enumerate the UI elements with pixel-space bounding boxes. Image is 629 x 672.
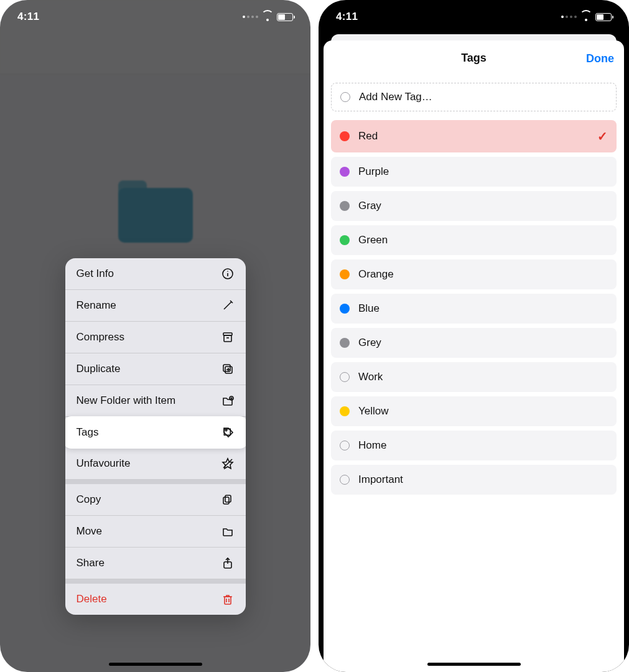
tag-color-dot bbox=[340, 131, 350, 141]
status-icons bbox=[561, 12, 612, 21]
menu-item-label: Copy bbox=[77, 493, 101, 506]
circle-hollow-icon bbox=[340, 92, 350, 102]
menu-item-rename[interactable]: Rename bbox=[65, 290, 246, 322]
tags-sheet: Tags Done Add New Tag… Red✓PurpleGrayGre… bbox=[324, 40, 624, 672]
tag-row-green[interactable]: Green bbox=[331, 225, 617, 255]
menu-item-copy[interactable]: Copy bbox=[65, 480, 246, 516]
trash-icon bbox=[221, 592, 235, 606]
status-time: 4:11 bbox=[336, 11, 358, 23]
tag-label: Important bbox=[358, 474, 608, 486]
menu-item-share[interactable]: Share bbox=[65, 548, 246, 579]
menu-item-unfav[interactable]: Unfavourite bbox=[65, 448, 246, 480]
tag-color-dot bbox=[340, 269, 350, 279]
sheet-body: Add New Tag… Red✓PurpleGrayGreenOrangeBl… bbox=[324, 77, 624, 514]
menu-item-duplicate[interactable]: Duplicate bbox=[65, 353, 246, 385]
tag-color-dot bbox=[340, 406, 350, 416]
tag-label: Work bbox=[358, 371, 608, 383]
context-menu: Get InfoRenameCompressDuplicateNew Folde… bbox=[65, 258, 246, 615]
tag-row-home[interactable]: Home bbox=[331, 431, 617, 460]
archive-icon bbox=[221, 330, 235, 344]
tag-row-grey[interactable]: Grey bbox=[331, 328, 617, 358]
menu-item-label: Unfavourite bbox=[77, 457, 131, 470]
tag-row-purple[interactable]: Purple bbox=[331, 157, 617, 187]
battery-icon bbox=[277, 13, 293, 21]
tag-row-yellow[interactable]: Yellow bbox=[331, 396, 617, 426]
add-new-tag-row[interactable]: Add New Tag… bbox=[331, 83, 617, 111]
status-time: 4:11 bbox=[17, 11, 39, 23]
tag-row-important[interactable]: Important bbox=[331, 465, 617, 495]
menu-item-label: Compress bbox=[77, 331, 124, 343]
tag-color-dot bbox=[340, 201, 350, 211]
tag-label: Purple bbox=[358, 166, 608, 178]
pencil-icon bbox=[221, 299, 235, 312]
wifi-icon bbox=[580, 12, 592, 21]
tag-color-dot bbox=[340, 167, 350, 177]
menu-item-label: New Folder with Item bbox=[77, 394, 176, 407]
tag-color-dot bbox=[340, 338, 350, 348]
screen-context-menu: 4:11 Get InfoRenameCompressDuplicateNew … bbox=[0, 0, 310, 672]
sheet-header: Tags Done bbox=[324, 40, 624, 77]
tag-row-orange[interactable]: Orange bbox=[331, 259, 617, 289]
menu-item-get-info[interactable]: Get Info bbox=[65, 258, 246, 290]
folder-icon bbox=[221, 525, 235, 538]
tag-row-work[interactable]: Work bbox=[331, 362, 617, 392]
tag-color-dot bbox=[340, 304, 350, 314]
tag-label: Gray bbox=[358, 200, 608, 212]
status-bar-right: 4:11 bbox=[319, 0, 629, 34]
status-bar-left: 4:11 bbox=[0, 0, 310, 34]
tag-label: Grey bbox=[358, 337, 608, 349]
menu-item-compress[interactable]: Compress bbox=[65, 322, 246, 353]
menu-item-newfolder[interactable]: New Folder with Item bbox=[65, 385, 246, 417]
tag-color-dot bbox=[340, 475, 350, 485]
wifi-icon bbox=[262, 12, 273, 21]
menu-item-move[interactable]: Move bbox=[65, 516, 246, 548]
tag-label: Orange bbox=[358, 268, 608, 281]
sheet-title: Tags bbox=[461, 52, 487, 65]
menu-item-label: Duplicate bbox=[77, 363, 121, 375]
tag-label: Red bbox=[358, 130, 589, 142]
cellular-icon bbox=[243, 16, 258, 18]
cellular-icon bbox=[561, 16, 577, 18]
home-indicator[interactable] bbox=[109, 663, 202, 666]
tag-row-gray[interactable]: Gray bbox=[331, 191, 617, 221]
done-button[interactable]: Done bbox=[586, 52, 614, 65]
menu-item-label: Share bbox=[77, 557, 105, 569]
copy-icon bbox=[221, 493, 235, 506]
info-icon bbox=[221, 267, 235, 281]
menu-item-delete[interactable]: Delete bbox=[65, 579, 246, 615]
tag-label: Home bbox=[358, 439, 608, 452]
tag-row-blue[interactable]: Blue bbox=[331, 294, 617, 324]
menu-item-label: Move bbox=[77, 525, 103, 538]
tag-color-dot bbox=[340, 372, 350, 382]
tag-label: Yellow bbox=[358, 405, 608, 418]
tag-icon bbox=[221, 426, 235, 439]
battery-icon bbox=[595, 13, 612, 21]
status-icons bbox=[243, 12, 293, 21]
tag-label: Blue bbox=[358, 302, 608, 315]
folderplus-icon bbox=[221, 394, 235, 408]
add-new-tag-label: Add New Tag… bbox=[359, 91, 432, 103]
tag-color-dot bbox=[340, 235, 350, 245]
starx-icon bbox=[221, 457, 235, 470]
menu-item-label: Get Info bbox=[77, 268, 114, 280]
home-indicator[interactable] bbox=[427, 663, 521, 666]
duplicate-icon bbox=[221, 362, 235, 376]
checkmark-icon: ✓ bbox=[597, 129, 608, 144]
menu-item-label: Rename bbox=[77, 299, 116, 312]
tag-list: Red✓PurpleGrayGreenOrangeBlueGreyWorkYel… bbox=[331, 120, 617, 495]
menu-item-tags[interactable]: Tags bbox=[65, 416, 246, 449]
share-icon bbox=[221, 556, 235, 570]
folder-icon bbox=[118, 180, 193, 243]
tag-color-dot bbox=[340, 441, 350, 450]
screen-tags-sheet: 4:11 Tags Done Add New Tag… Red✓PurpleGr… bbox=[319, 0, 629, 672]
tag-row-red[interactable]: Red✓ bbox=[331, 120, 617, 152]
menu-item-label: Delete bbox=[77, 593, 107, 605]
tag-label: Green bbox=[358, 234, 608, 246]
menu-item-label: Tags bbox=[77, 426, 99, 439]
